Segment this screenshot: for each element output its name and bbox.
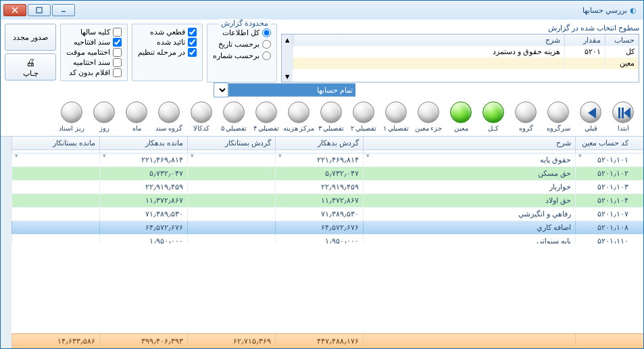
table-row[interactable]: ۵۲۰۱٫۱۰۱حقوق پايه۲۲۱٫۴۶۹٫۸۱۴۲۲۱٫۴۶۹٫۸۱۴ (11, 154, 643, 167)
range-all-radio[interactable] (262, 28, 271, 37)
toolbar-orb-icon (418, 101, 439, 123)
col-code[interactable]: كد حساب معين (575, 137, 633, 149)
col-debit-bal[interactable]: مانده بدهکار (99, 137, 187, 149)
toolbar-کدکالا[interactable]: کدکالا (185, 101, 218, 132)
minimize-button[interactable] (52, 4, 75, 16)
range-date-label: برحسب تاريخ (218, 40, 259, 49)
toolbar-ابتدا[interactable]: ابتدا (607, 101, 639, 132)
app-icon: ◐ (630, 6, 637, 15)
toolbar-روز[interactable]: روز (88, 101, 120, 132)
app-window: ◐بررسي حسابها سطوح انتخاب شده در گزارش ح… (0, 0, 644, 349)
chk-final[interactable] (188, 28, 197, 37)
chk-editing[interactable] (188, 48, 197, 57)
reissue-button[interactable]: صدور مجدد (5, 24, 56, 51)
chk-opening[interactable] (113, 38, 122, 47)
toolbar-تفصيلي ۲[interactable]: تفصيلي ۲ (347, 101, 380, 132)
search-input[interactable] (228, 83, 355, 97)
toolbar-orb-icon (482, 101, 504, 123)
toolbar-orb-icon (612, 101, 634, 123)
table-row[interactable]: ۵۲۰۱٫۱۰۸اضافه کاري۶۴٫۵۷۲٫۶۷۶۶۴٫۵۷۲٫۶۷۶ (11, 221, 643, 235)
close-button[interactable] (3, 4, 26, 16)
chk-tempclosing[interactable] (113, 48, 122, 57)
toolbar-orb-icon (126, 101, 147, 123)
toolbar-جزء معين[interactable]: جزء معين (412, 101, 445, 132)
chk-allyears[interactable] (113, 28, 122, 37)
chk-approved[interactable] (188, 38, 197, 47)
range-number-radio[interactable] (262, 51, 271, 60)
toolbar-معين[interactable]: معين (445, 101, 477, 132)
foot-dt: ۴۴۷٫۴۸۸٫۱۷۶ (275, 334, 363, 348)
table-row[interactable]: ۵۲۰۱٫۱۱۰پايه سنواتي۱٫۹۵۰٫۰۰۰۱٫۹۵۰٫۰۰۰ (11, 235, 643, 243)
toolbar-orb-icon (353, 101, 374, 123)
toolbar-تفصيلي ۵[interactable]: تفصيلي ۵ (218, 101, 250, 132)
range-number-label: برحسب شماره (213, 51, 259, 60)
toolbar-orb-icon (288, 101, 309, 123)
window-title: بررسي حسابها (583, 6, 627, 15)
range-date-radio[interactable] (262, 40, 271, 49)
toolbar-orb-icon (547, 101, 569, 123)
data-grid: كد حساب معين شرح گردش بدهکار گردش بستانک… (1, 136, 643, 348)
selhead-account: حساب (605, 34, 639, 46)
toolbar-سرگروه[interactable]: سرگروه (542, 101, 574, 132)
scroll-up-icon[interactable]: ▲ (284, 36, 291, 44)
col-desc[interactable]: شرح (363, 137, 575, 149)
svg-rect-0 (36, 7, 42, 13)
toolbar-تفصيلي ۴[interactable]: تفصيلي ۴ (250, 101, 282, 132)
col-credit-turn[interactable]: گردش بستانکار (187, 137, 275, 149)
toolbar-orb-icon (450, 101, 472, 123)
toolbar-ريز اسناد[interactable]: ريز اسناد (55, 101, 88, 132)
toolbar-orb-icon (515, 101, 537, 123)
toolbar-orb-icon (223, 101, 245, 123)
selhead-desc: شرح (293, 34, 564, 46)
col-credit-bal[interactable]: مانده بستانکار (11, 137, 99, 149)
toolbar-orb-icon (158, 101, 180, 123)
sel-value-0: ۵۲۰۱ (564, 46, 605, 57)
sel-account-0: کل (605, 46, 639, 57)
toolbar-گروه[interactable]: گروه (510, 101, 542, 132)
range-all-label: کل اطلاعات (222, 28, 259, 37)
toolbar: ابتداقبليسرگروهگروهکـلمعينجزء معينتفصيلي… (1, 100, 643, 136)
range-group: محدودة گزارش کل اطلاعات برحسب تاريخ برحس… (207, 24, 277, 83)
sel-desc-0: هزينه حقوق و دستمزد (293, 46, 564, 57)
titlebar: ◐بررسي حسابها (1, 1, 643, 20)
toolbar-تفصيلي ۱[interactable]: تفصيلي ۱ (380, 101, 412, 132)
toolbar-orb-icon (385, 101, 407, 123)
toolbar-orb-icon (61, 101, 82, 123)
table-row[interactable]: ۵۲۰۱٫۱۰۴حق اولاد۱۱٫۳۷۲٫۸۶۷۱۱٫۳۷۲٫۸۶۷ (11, 194, 643, 208)
foot-cb: ۱۴٫۶۳۳٫۵۸۶ (11, 334, 99, 348)
toolbar-orb-icon (191, 101, 212, 123)
toolbar-قبلي[interactable]: قبلي (574, 101, 607, 132)
foot-db: ۳۹۹٫۴۰۶٫۳۹۳ (99, 334, 187, 348)
toolbar-مرکز هزينه[interactable]: مرکز هزينه (282, 101, 315, 132)
col-debit-turn[interactable]: گردش بدهکار (275, 137, 363, 149)
grid-scrollbar[interactable] (1, 137, 11, 348)
toolbar-orb-icon (320, 101, 342, 123)
toolbar-تفصيلي ۳[interactable]: تفصيلي ۳ (315, 101, 347, 132)
table-row[interactable]: ۵۲۰۱٫۱۰۲حق مسکن۵٫۷۳۲٫۰۴۷۵٫۷۳۲٫۰۴۷ (11, 167, 643, 181)
grid-footer: ۴۴۷٫۴۸۸٫۱۷۶ ۶۲٫۷۱۵٫۳۶۹ ۳۹۹٫۴۰۶٫۳۹۳ ۱۴٫۶۳… (11, 333, 643, 348)
selection-title: سطوح انتخاب شده در گزارش (281, 24, 639, 32)
table-row[interactable]: ۵۲۰۱٫۱۰۳خواربار۲۲٫۹۱۹٫۴۵۹۲۲٫۹۱۹٫۴۵۹ (11, 181, 643, 194)
selhead-value: مقدار (564, 34, 605, 46)
toolbar-ماه[interactable]: ماه (120, 101, 153, 132)
table-row[interactable]: ۵۲۰۱٫۱۰۷رفاهي و انگيزشي۷۱٫۳۸۹٫۵۳۰۷۱٫۳۸۹٫… (11, 208, 643, 221)
toolbar-گروه سند[interactable]: گروه سند (153, 101, 185, 132)
maximize-button[interactable] (28, 4, 51, 16)
toolbar-orb-icon (255, 101, 277, 123)
range-label: محدودة گزارش (218, 19, 271, 28)
foot-ct: ۶۲٫۷۱۵٫۳۶۹ (187, 334, 275, 348)
search-dropdown[interactable] (214, 83, 228, 97)
toolbar-کـل[interactable]: کـل (477, 101, 510, 132)
window-controls (3, 4, 75, 16)
toolbar-orb-icon (93, 101, 115, 123)
toolbar-orb-icon (580, 101, 601, 123)
